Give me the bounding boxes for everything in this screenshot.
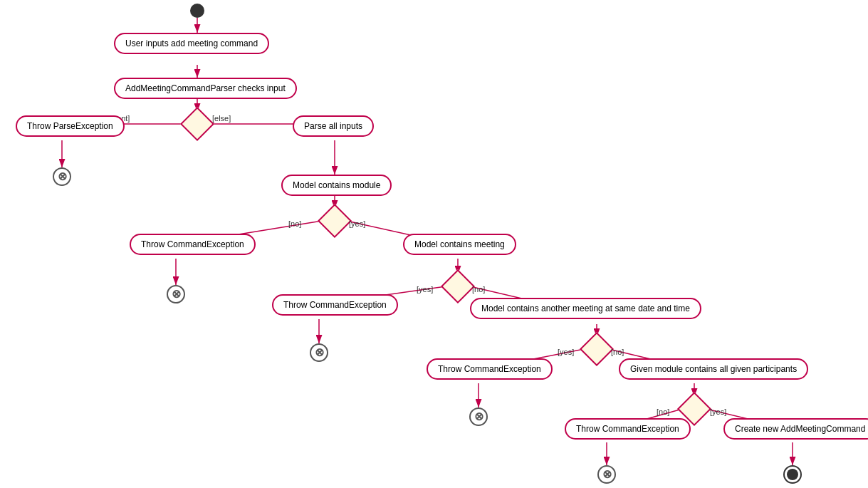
yes1-label: [yes] — [349, 219, 365, 228]
no3-label: [no] — [611, 348, 624, 356]
no2-label: [no] — [472, 285, 485, 294]
end-cmd4-x: ⊗ — [602, 469, 612, 480]
decision1-node — [185, 112, 209, 136]
end-cmd1-node: ⊗ — [167, 285, 185, 303]
end-cmd1-x: ⊗ — [172, 289, 181, 300]
start-node — [190, 4, 204, 18]
model-module-node: Model contains module — [281, 175, 392, 196]
end-cmd3-circle: ⊗ — [469, 407, 488, 426]
end-cmd4-circle: ⊗ — [597, 465, 616, 484]
decision4-node — [585, 337, 609, 361]
parser-check-node: AddMeetingCommandParser checks input — [114, 78, 297, 99]
user-input-node: User inputs add meeting command — [114, 33, 269, 54]
end-cmd4-node: ⊗ — [597, 465, 616, 484]
model-another-node: Model contains another meeting at same d… — [470, 298, 701, 319]
end-parse-x: ⊗ — [58, 171, 67, 182]
throw-cmd1-label: Throw CommandException — [130, 234, 256, 255]
no4-label: [no] — [657, 407, 669, 416]
model-another-label: Model contains another meeting at same d… — [470, 298, 701, 319]
parse-all-node: Parse all inputs — [293, 115, 374, 137]
end-cmd2-node: ⊗ — [310, 343, 328, 362]
throw-cmd2-label: Throw CommandException — [272, 294, 398, 316]
decision5-node — [682, 397, 706, 421]
decision2-diamond — [318, 204, 352, 238]
given-module-node: Given module contains all given particip… — [619, 358, 808, 380]
activity-diagram: User inputs add meeting command AddMeeti… — [0, 0, 868, 488]
end-cmd3-node: ⊗ — [469, 407, 488, 426]
model-meeting-node: Model contains meeting — [403, 234, 516, 255]
yes3-label: [yes] — [558, 348, 574, 356]
decision4-diamond — [580, 332, 614, 366]
throw-cmd3-label: Throw CommandException — [427, 358, 553, 380]
throw-cmd2-node: Throw CommandException — [272, 294, 398, 316]
parse-all-label: Parse all inputs — [293, 115, 374, 137]
model-module-label: Model contains module — [281, 175, 392, 196]
yes2-label: [yes] — [417, 285, 433, 294]
decision1-diamond — [180, 107, 214, 141]
given-module-label: Given module contains all given particip… — [619, 358, 808, 380]
throw-parse-label: Throw ParseException — [16, 115, 125, 137]
throw-parse-node: Throw ParseException — [16, 115, 125, 137]
parser-check-label: AddMeetingCommandParser checks input — [114, 78, 297, 99]
yes4-label: [yes] — [710, 407, 726, 416]
create-cmd-node: Create new AddMeetingCommand — [723, 418, 868, 440]
throw-cmd4-label: Throw CommandException — [565, 418, 691, 440]
end-final-node — [783, 465, 802, 484]
end-cmd3-x: ⊗ — [474, 411, 483, 422]
decision2-node — [323, 209, 347, 233]
throw-cmd3-node: Throw CommandException — [427, 358, 553, 380]
end-cmd1-circle: ⊗ — [167, 285, 185, 303]
throw-cmd1-node: Throw CommandException — [130, 234, 256, 255]
end-final-inner — [787, 469, 798, 480]
end-final-outer — [783, 465, 802, 484]
create-cmd-label: Create new AddMeetingCommand — [723, 418, 868, 440]
else-label: [else] — [212, 114, 231, 123]
end-parse-node: ⊗ — [53, 167, 71, 186]
end-cmd2-x: ⊗ — [315, 347, 324, 358]
user-input-label: User inputs add meeting command — [114, 33, 269, 54]
no1-label: [no] — [288, 219, 301, 228]
end-parse-circle: ⊗ — [53, 167, 71, 186]
throw-cmd4-node: Throw CommandException — [565, 418, 691, 440]
decision3-node — [446, 274, 470, 298]
model-meeting-label: Model contains meeting — [403, 234, 516, 255]
end-cmd2-circle: ⊗ — [310, 343, 328, 362]
